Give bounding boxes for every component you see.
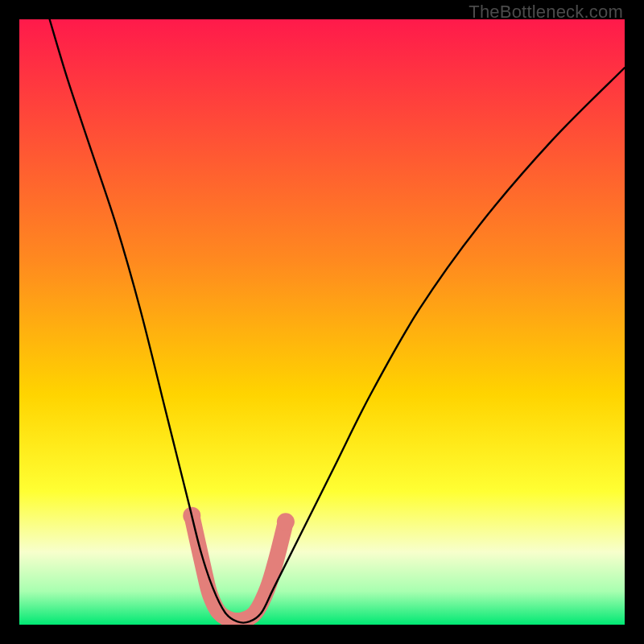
curve-layer bbox=[19, 19, 625, 625]
chart-frame bbox=[19, 19, 625, 625]
bottleneck-curve bbox=[50, 19, 625, 623]
highlight-dot-end bbox=[277, 513, 295, 530]
